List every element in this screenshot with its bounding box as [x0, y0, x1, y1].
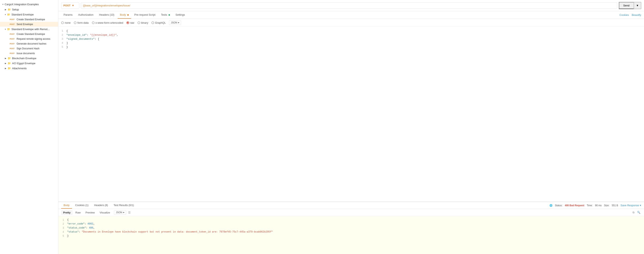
response-area: Body Cookies (1) Headers (8) Test Result… [58, 202, 644, 254]
folder-icon: 📁 [8, 67, 11, 70]
sidebar-endpoint-label: Generate document hashes [17, 42, 46, 45]
tab-params[interactable]: Params [61, 11, 75, 19]
send-button-group: Send ▼ [619, 2, 641, 9]
fmt-tab-pretty[interactable]: Pretty [61, 210, 72, 215]
method-badge: POST [9, 52, 16, 55]
tab-pre-request[interactable]: Pre-request Script [132, 11, 158, 19]
chevron-down-icon: ▾ [5, 13, 6, 16]
sidebar-item-standard-envelope[interactable]: ▾ 📁 Standard Envelope [0, 12, 58, 17]
sidebar-endpoint-label: Request remote signing access [17, 37, 50, 40]
radio-circle-form-data [74, 21, 76, 24]
method-select[interactable]: POST ▼ [61, 2, 79, 9]
response-format-chevron-icon: ▾ [123, 211, 124, 214]
response-body: 1{2 "error_code": 4002,3 "status_code": … [58, 216, 644, 254]
sidebar-item-send-envelope[interactable]: POST Send Envelope [0, 22, 58, 27]
response-tab-cookies[interactable]: Cookies (1) [73, 202, 91, 209]
fmt-tab-preview[interactable]: Preview [84, 210, 97, 215]
chevron-right-icon: ▶ [5, 8, 6, 11]
json-dropdown-chevron-icon: ▾ [178, 21, 179, 24]
sidebar-item-generate-hashes[interactable]: POST Generate document hashes [0, 41, 58, 46]
method-chevron-icon: ▼ [72, 4, 74, 7]
save-response-button[interactable]: Save Response ▾ [620, 204, 641, 207]
fmt-tab-raw[interactable]: Raw [74, 210, 83, 215]
sidebar-root-item[interactable]: ▾ CargoX Integration Examples [0, 1, 58, 7]
chevron-right-icon: ▶ [5, 62, 6, 64]
radio-urlencoded[interactable]: x-www-form-urlencoded [92, 21, 123, 24]
fmt-tab-visualize[interactable]: Visualize [98, 210, 112, 215]
body-tab-dot [127, 14, 129, 16]
folder-icon: 📁 [8, 8, 11, 11]
search-icon[interactable]: 🔍 [636, 210, 641, 215]
body-type-bar: none form-data x-www-form-urlencoded raw… [58, 19, 644, 27]
sidebar-endpoint-label: Create Standard Envelope [17, 33, 45, 35]
response-code-line: 3 "status_code": 400, [58, 226, 644, 230]
method-label: POST [63, 4, 70, 7]
sidebar-item-aci-egypt[interactable]: ▶ 📁 ACI Egypt Envelope [0, 61, 58, 66]
method-badge: POST [9, 38, 16, 40]
radio-circle-none [61, 21, 64, 24]
sidebar-item-setup[interactable]: ▶ 📁 Setup [0, 7, 58, 12]
response-code-line: 5} [58, 234, 644, 238]
sidebar-item-create-standard-envelope-1[interactable]: POST Create Standard Envelope [0, 17, 58, 22]
filter-icon[interactable]: ☰ [127, 210, 132, 215]
sidebar-endpoint-label: Sign Document Hash [17, 47, 40, 50]
sidebar-folder-label: Standard Envelope [12, 13, 34, 16]
json-format-dropdown[interactable]: JSON ▾ [169, 20, 181, 25]
response-format-dropdown[interactable]: JSON ▾ [114, 210, 126, 215]
tab-settings[interactable]: Settings [173, 11, 188, 19]
radio-binary[interactable]: binary [138, 21, 148, 24]
method-badge: POST [9, 47, 16, 50]
code-line: 5} [58, 45, 644, 49]
response-tab-body[interactable]: Body [61, 202, 72, 209]
url-bar: POST ▼ Send ▼ [58, 0, 644, 11]
method-badge: POST [9, 33, 16, 35]
tab-headers[interactable]: Headers (10) [97, 11, 117, 19]
beautify-link[interactable]: Beautify [632, 11, 641, 18]
code-line: 3 "signed_documents": [ [58, 37, 644, 41]
tab-authorization[interactable]: Authorization [76, 11, 96, 19]
sidebar-folder-label: ACI Egypt Envelope [12, 62, 36, 65]
chevron-down-icon: ▾ [2, 3, 4, 5]
sidebar-folder-label: Blockchain Envelope [12, 57, 36, 60]
response-tab-test-results[interactable]: Test Results (0/1) [111, 202, 136, 209]
send-button[interactable]: Send [619, 2, 634, 9]
response-tab-headers[interactable]: Headers (8) [92, 202, 110, 209]
response-code-line: 2 "error_code": 4002, [58, 222, 644, 226]
radio-circle-graphql [152, 21, 154, 24]
size-label: Size: [604, 204, 610, 207]
radio-circle-binary [138, 21, 140, 24]
send-dropdown-button[interactable]: ▼ [634, 2, 641, 9]
copy-icon[interactable]: ⧉ [632, 210, 635, 215]
radio-circle-raw [126, 21, 129, 24]
chevron-right-icon: ▶ [5, 57, 6, 59]
request-body-editor[interactable]: 1{2 "envelope_id": "{{envelope_id}}",3 "… [58, 27, 644, 202]
sidebar-item-attachments[interactable]: ▶ 📁 Attachments [0, 66, 58, 71]
sidebar-item-blockchain-envelope[interactable]: ▶ 📁 Blockchain Envelope [0, 56, 58, 61]
response-tabs-bar: Body Cookies (1) Headers (8) Test Result… [58, 202, 644, 209]
sidebar-root-label: CargoX Integration Examples [5, 3, 39, 6]
time-value: 90 ms [595, 204, 602, 207]
radio-none[interactable]: none [61, 21, 70, 24]
chevron-right-icon: ▶ [5, 67, 6, 69]
url-input[interactable] [81, 2, 617, 9]
sidebar-item-issue-documents[interactable]: POST Issue documents [0, 51, 58, 56]
sidebar-item-create-standard-envelope-2[interactable]: POST Create Standard Envelope [0, 32, 58, 36]
status-value: 400 Bad Request [565, 204, 584, 207]
sidebar-folder-label: Setup [12, 8, 19, 11]
folder-icon: 📁 [8, 57, 11, 60]
radio-graphql[interactable]: GraphQL [152, 21, 166, 24]
globe-icon: 🌐 [550, 204, 552, 207]
code-line: 2 "envelope_id": "{{envelope_id}}", [58, 33, 644, 37]
sidebar-item-request-remote[interactable]: POST Request remote signing access [0, 36, 58, 41]
sidebar-item-sign-document-hash[interactable]: POST Sign Document Hash [0, 46, 58, 51]
sidebar-endpoint-label: Create Standard Envelope [17, 18, 45, 21]
radio-form-data[interactable]: form-data [74, 21, 89, 24]
cookies-link[interactable]: Cookies [620, 11, 629, 18]
tab-tests[interactable]: Tests [159, 11, 172, 19]
response-code-line: 4 "status": "Documents in Envelope have … [58, 230, 644, 234]
sidebar-item-standard-envelope-remote[interactable]: ▾ 📁 Standard Envelope with Remot... [0, 27, 58, 32]
radio-raw[interactable]: raw [126, 21, 134, 24]
tab-body[interactable]: Body [118, 11, 131, 19]
code-line: 4 ] [58, 41, 644, 45]
time-label: Time: [587, 204, 593, 207]
